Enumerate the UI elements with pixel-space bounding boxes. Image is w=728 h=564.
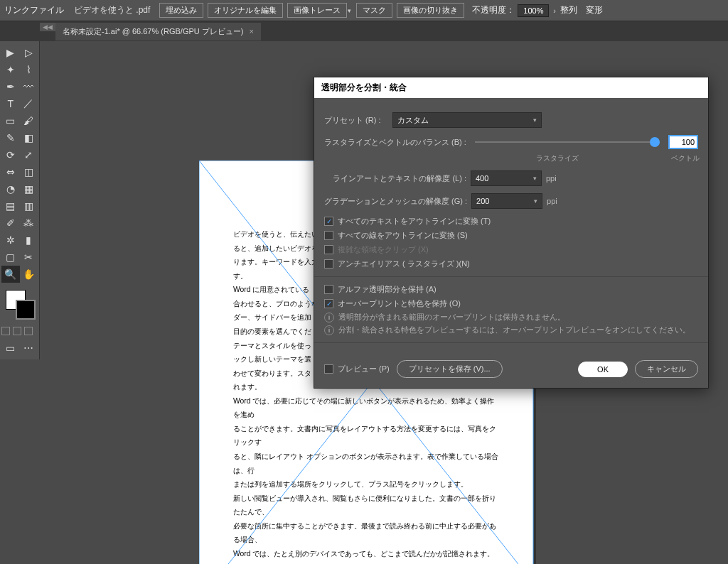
rectangle-tool[interactable]: ▭ xyxy=(1,112,20,129)
paintbrush-tool[interactable]: 🖌 xyxy=(20,112,38,129)
type-tool[interactable]: T xyxy=(1,95,20,112)
image-trace-dropdown-icon[interactable]: ▾ xyxy=(348,7,351,14)
slice-tool[interactable]: ✂ xyxy=(20,249,38,266)
align-button[interactable]: 整列 xyxy=(560,4,577,16)
body-text: Word では、たとえ別のデバイスであっても、どこまで読んだかが記憶されます。 xyxy=(233,547,499,561)
gradient-tool[interactable]: ▥ xyxy=(20,197,38,215)
zoom-tool[interactable]: 🔍 xyxy=(1,266,20,283)
ppi-unit: ppi xyxy=(546,174,557,183)
info-icon: i xyxy=(324,313,334,322)
magic-wand-tool[interactable]: ✦ xyxy=(1,61,20,78)
ppi-unit: ppi xyxy=(547,197,557,205)
opacity-label: 不透明度： xyxy=(472,4,515,16)
opacity-flyout-icon[interactable]: › xyxy=(553,6,556,15)
curvature-tool[interactable]: 〰 xyxy=(20,78,38,95)
eyedropper-tool[interactable]: ✐ xyxy=(1,215,20,232)
preset-value: カスタム xyxy=(397,115,429,126)
close-tab-icon[interactable]: × xyxy=(249,27,253,36)
save-preset-button[interactable]: プリセットを保存 (V)... xyxy=(397,360,503,378)
dialog-title: 透明部分を分割・統合 xyxy=(314,77,708,98)
gradient-mode-icon[interactable] xyxy=(13,327,21,335)
document-tab-title: 名称未設定-1.ai* @ 66.67% (RGB/GPU プレビュー) xyxy=(63,26,243,37)
balance-value-input[interactable] xyxy=(668,135,698,149)
alpha-label: アルファ透明部分を保持 (A) xyxy=(338,284,437,295)
lineart-res-value: 400 xyxy=(476,174,488,183)
artboard-tool[interactable]: ▢ xyxy=(1,249,20,266)
embed-button[interactable]: 埋め込み xyxy=(159,3,203,18)
toolbox: ▶▷ ✦⌇ ✒〰 T／ ▭🖌 ✎◧ ⟳⤢ ⇔◫ ◔▦ ▤▥ ✐⁂ ✲▮ ▢✂ 🔍… xyxy=(0,41,40,359)
ok-button[interactable]: OK xyxy=(578,362,628,377)
edit-toolbar-icon[interactable]: ⋯ xyxy=(20,340,38,357)
edit-original-button[interactable]: オリジナルを編集 xyxy=(208,3,283,18)
color-swatches[interactable] xyxy=(1,287,38,332)
overprint-checkbox[interactable] xyxy=(324,299,333,308)
body-text: Word では、必要に応じてその場に新しいボタンが表示されるため、効率よく操作を… xyxy=(233,394,499,422)
preset-select[interactable]: カスタム ▾ xyxy=(392,112,542,128)
flatten-transparency-dialog: 透明部分を分割・統合 プリセット (R) : カスタム ▾ ラスタライズとベクト… xyxy=(314,77,709,389)
body-text: ると、隣にレイアウト オプションのボタンが表示されます。表で作業している場合は、… xyxy=(233,450,499,477)
linked-filename: ビデオを使うと .pdf xyxy=(74,4,150,16)
chevron-down-icon: ▾ xyxy=(533,175,537,182)
gradient-res-select[interactable]: 200 ▾ xyxy=(471,193,542,209)
mesh-tool[interactable]: ▤ xyxy=(1,197,20,215)
width-tool[interactable]: ⇔ xyxy=(1,163,20,180)
selection-tool[interactable]: ▶ xyxy=(1,44,20,61)
lineart-res-select[interactable]: 400 ▾ xyxy=(471,170,542,186)
document-tab[interactable]: 名称未設定-1.ai* @ 66.67% (RGB/GPU プレビュー) × xyxy=(55,23,261,40)
body-text: 必要な箇所に集中することができます。最後まで読み終わる前に中止する必要がある場合… xyxy=(233,519,499,547)
direct-selection-tool[interactable]: ▷ xyxy=(20,44,38,61)
clip-regions-checkbox xyxy=(324,245,333,254)
crop-image-button[interactable]: 画像の切り抜き xyxy=(397,3,464,18)
balance-min-label: ラスタライズ xyxy=(536,153,579,163)
lasso-tool[interactable]: ⌇ xyxy=(20,61,38,78)
line-tool[interactable]: ／ xyxy=(20,95,38,112)
alpha-checkbox[interactable] xyxy=(324,285,333,294)
slider-thumb[interactable] xyxy=(650,137,660,147)
stroke-outline-checkbox[interactable] xyxy=(324,231,333,240)
hand-tool[interactable]: ✋ xyxy=(20,266,38,283)
symbol-sprayer-tool[interactable]: ✲ xyxy=(1,232,20,249)
rotate-tool[interactable]: ⟳ xyxy=(1,146,20,163)
transform-button[interactable]: 変形 xyxy=(586,4,603,16)
graph-tool[interactable]: ▮ xyxy=(20,232,38,249)
cancel-button[interactable]: キャンセル xyxy=(635,360,698,378)
opacity-input[interactable] xyxy=(518,4,549,17)
text-outline-checkbox[interactable] xyxy=(324,217,333,226)
free-transform-tool[interactable]: ◫ xyxy=(20,163,38,180)
chevron-down-icon: ▾ xyxy=(533,116,537,124)
stroke-outline-label: すべての線をアウトラインに変換 (S) xyxy=(338,230,468,241)
overprint-label: オーバープリントと特色を保持 (O) xyxy=(338,298,461,309)
preview-checkbox[interactable] xyxy=(324,364,333,374)
eraser-tool[interactable]: ◧ xyxy=(20,129,38,146)
lineart-res-label: ラインアートとテキストの解像度 (L) : xyxy=(324,173,466,184)
shaper-tool[interactable]: ✎ xyxy=(1,129,20,146)
preview-label: プレビュー (P) xyxy=(338,364,390,374)
text-outline-label: すべてのテキストをアウトラインに変換 (T) xyxy=(338,216,491,227)
color-mode-icon[interactable] xyxy=(1,327,10,335)
link-file-label[interactable]: リンクファイル xyxy=(4,4,64,16)
info-text-1: 透明部分が含まれる範囲のオーバープリントは保持されません。 xyxy=(338,313,565,322)
antialias-checkbox[interactable] xyxy=(324,259,333,269)
control-bar: リンクファイル ビデオを使うと .pdf 埋め込み オリジナルを編集 画像トレー… xyxy=(0,0,728,21)
clip-regions-label: 複雑な領域をクリップ (X) xyxy=(338,244,429,255)
stroke-swatch[interactable] xyxy=(16,300,36,320)
preset-label: プリセット (R) : xyxy=(324,115,388,126)
none-mode-icon[interactable] xyxy=(24,327,33,335)
scale-tool[interactable]: ⤢ xyxy=(20,146,38,163)
body-text: 新しい閲覧ビューが導入され、閲覧もさらに便利になりました。文書の一部を折りたたん… xyxy=(233,492,499,519)
gradient-res-label: グラデーションとメッシュの解像度 (G) : xyxy=(324,196,467,207)
info-text-2: 分割・統合される特色をプレビューするには、オーバープリントプレビューをオンにして… xyxy=(338,325,690,335)
screen-mode-tool[interactable]: ▭ xyxy=(1,340,20,357)
panel-collapse-handle[interactable]: ◀◀ xyxy=(40,23,55,31)
balance-max-label: ベクトル xyxy=(671,153,700,163)
chevron-down-icon: ▾ xyxy=(534,197,537,205)
perspective-tool[interactable]: ▦ xyxy=(20,180,38,197)
shape-builder-tool[interactable]: ◔ xyxy=(1,180,20,197)
pen-tool[interactable]: ✒ xyxy=(1,78,20,95)
mask-button[interactable]: マスク xyxy=(356,3,392,18)
image-trace-button[interactable]: 画像トレース xyxy=(287,3,347,18)
body-text: ることができます。文書内に写真をレイアウトする方法を変更するには、写真をクリック… xyxy=(233,422,499,450)
balance-slider[interactable] xyxy=(475,141,660,143)
document-tab-bar: 名称未設定-1.ai* @ 66.67% (RGB/GPU プレビュー) × xyxy=(0,21,728,41)
blend-tool[interactable]: ⁂ xyxy=(20,215,38,232)
